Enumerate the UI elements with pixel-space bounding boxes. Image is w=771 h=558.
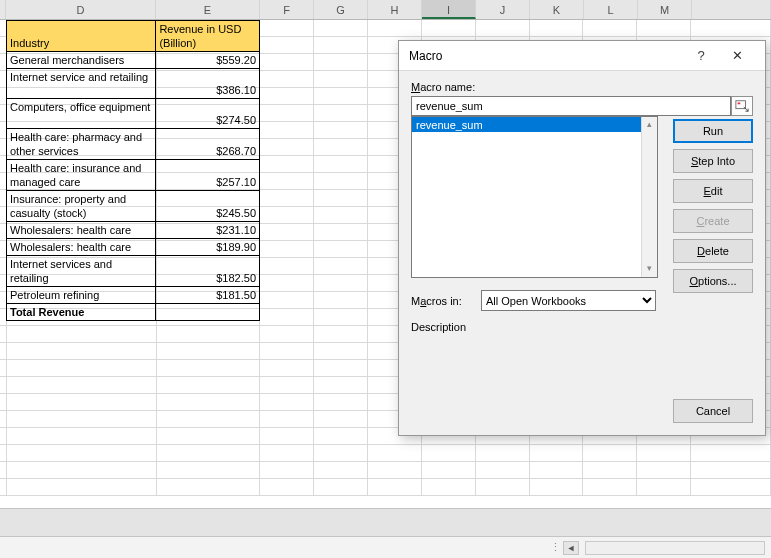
column-header-E[interactable]: E (156, 0, 260, 19)
dialog-button-column: Run Step Into Edit Create Delete Options… (673, 119, 753, 293)
table-cell-revenue[interactable]: $274.50 (156, 99, 260, 129)
scroll-up-icon[interactable]: ▴ (642, 117, 657, 133)
edit-button[interactable]: Edit (673, 179, 753, 203)
listbox-scrollbar[interactable]: ▴ ▾ (641, 117, 657, 277)
svg-rect-1 (738, 103, 741, 105)
dialog-titlebar[interactable]: Macro ? ✕ (399, 41, 765, 71)
step-into-button[interactable]: Step Into (673, 149, 753, 173)
macro-list-item[interactable]: revenue_sum (412, 117, 657, 132)
column-header-I[interactable]: I (422, 0, 476, 19)
table-cell-industry[interactable]: Petroleum refining (7, 287, 156, 304)
horizontal-scrollbar[interactable]: ⋮ ◄ (0, 536, 771, 558)
table-cell-revenue[interactable]: $245.50 (156, 191, 260, 222)
options-button[interactable]: Options... (673, 269, 753, 293)
dialog-title: Macro (409, 49, 685, 63)
table-cell-industry[interactable]: General merchandisers (7, 52, 156, 69)
table-cell-revenue[interactable]: $189.90 (156, 239, 260, 256)
table-cell-revenue[interactable]: $181.50 (156, 287, 260, 304)
table-cell-industry[interactable]: Internet service and retailing (7, 69, 156, 99)
column-header-K[interactable]: K (530, 0, 584, 19)
create-button: Create (673, 209, 753, 233)
column-header-L[interactable]: L (584, 0, 638, 19)
column-header-G[interactable]: G (314, 0, 368, 19)
table-cell-industry[interactable]: Internet services and retailing (7, 256, 156, 287)
table-cell-industry[interactable]: Wholesalers: health care (7, 239, 156, 256)
table-cell-revenue[interactable]: $182.50 (156, 256, 260, 287)
table-cell-industry[interactable]: Health care: pharmacy and other services (7, 129, 156, 160)
industry-revenue-table: Industry Revenue in USD (Billion) Genera… (6, 20, 260, 321)
table-header-revenue[interactable]: Revenue in USD (Billion) (156, 21, 260, 52)
collapse-dialog-button[interactable] (731, 96, 753, 116)
split-handle-icon[interactable]: ⋮ (550, 541, 563, 554)
data-table-area: Industry Revenue in USD (Billion) Genera… (6, 20, 260, 321)
close-button[interactable]: ✕ (717, 48, 757, 63)
macro-listbox[interactable]: revenue_sum ▴ ▾ (411, 116, 658, 278)
table-cell-industry[interactable]: Health care: insurance and managed care (7, 160, 156, 191)
scroll-down-icon[interactable]: ▾ (642, 261, 657, 277)
description-label: Description (411, 321, 753, 333)
cancel-button[interactable]: Cancel (673, 399, 753, 423)
column-header-D[interactable]: D (6, 0, 156, 19)
column-header-rest (692, 0, 771, 19)
table-cell-revenue[interactable]: $386.10 (156, 69, 260, 99)
macros-in-select[interactable]: All Open Workbooks (481, 290, 656, 311)
macro-dialog: Macro ? ✕ Macro name: revenue_sum ▴ ▾ (398, 40, 766, 436)
table-cell-revenue[interactable]: $268.70 (156, 129, 260, 160)
column-header-bar: D E F G H I J K L M (0, 0, 771, 20)
macro-name-input[interactable] (411, 96, 731, 116)
total-revenue-label[interactable]: Total Revenue (7, 304, 156, 321)
table-cell-industry[interactable]: Insurance: property and casualty (stock) (7, 191, 156, 222)
column-header-J[interactable]: J (476, 0, 530, 19)
run-button[interactable]: Run (673, 119, 753, 143)
scroll-left-button[interactable]: ◄ (563, 541, 579, 555)
scroll-track[interactable] (585, 541, 765, 555)
help-button[interactable]: ? (685, 48, 717, 63)
macros-in-label: Macros in: (411, 295, 481, 307)
table-cell-industry[interactable]: Wholesalers: health care (7, 222, 156, 239)
table-cell-industry[interactable]: Computers, office equipment (7, 99, 156, 129)
column-header-H[interactable]: H (368, 0, 422, 19)
sheet-tab-band (0, 508, 771, 536)
macro-name-label: Macro name: (411, 81, 753, 93)
column-header-F[interactable]: F (260, 0, 314, 19)
range-select-icon (735, 99, 749, 113)
delete-button[interactable]: Delete (673, 239, 753, 263)
table-cell-revenue[interactable]: $231.10 (156, 222, 260, 239)
table-cell-revenue[interactable]: $257.10 (156, 160, 260, 191)
table-cell-revenue[interactable]: $559.20 (156, 52, 260, 69)
column-header-M[interactable]: M (638, 0, 692, 19)
table-header-industry[interactable]: Industry (7, 21, 156, 52)
total-revenue-value[interactable] (156, 304, 260, 321)
